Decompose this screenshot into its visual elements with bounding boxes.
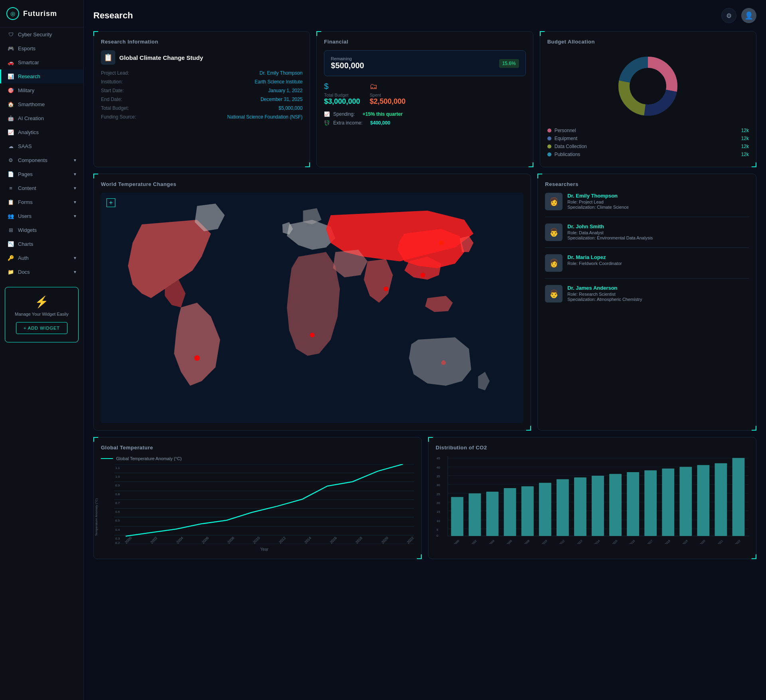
sidebar: ◎ Futurism 🛡 Cyber Security 🎮 Esports 🚗 … bbox=[0, 0, 84, 700]
avatar[interactable]: 👤 bbox=[741, 8, 756, 23]
page-title: Research bbox=[93, 10, 133, 21]
total-budget-item: $ Total Budget $3,000,000 bbox=[324, 82, 360, 106]
svg-text:2021: 2021 bbox=[717, 539, 723, 544]
legend-label-text: Equipment bbox=[547, 136, 577, 141]
extra-income-value: $400,000 bbox=[370, 120, 390, 126]
add-widget-button[interactable]: + ADD WIDGET bbox=[16, 322, 67, 334]
world-map-container: + bbox=[101, 193, 523, 423]
svg-text:2013: 2013 bbox=[576, 539, 583, 544]
sidebar-item-auth[interactable]: 🔑 Auth ▼ bbox=[0, 251, 83, 265]
legend-line bbox=[101, 458, 113, 459]
research-info-title: Research Information bbox=[101, 39, 302, 45]
researcher-name: Dr. Emily Thompson bbox=[567, 193, 628, 199]
y-axis: Temperature Anomaly (°C) bbox=[101, 464, 112, 552]
sidebar-item-research[interactable]: 📊 Research bbox=[0, 69, 83, 83]
researcher-avatar: 👨 bbox=[545, 223, 563, 241]
svg-text:2010: 2010 bbox=[541, 539, 548, 544]
nav-label-docs: Docs bbox=[18, 269, 30, 275]
nav-label-research: Research bbox=[18, 73, 40, 79]
svg-text:0.3: 0.3 bbox=[115, 537, 120, 540]
remaining-pct: 15.6% bbox=[499, 59, 519, 68]
info-label: Start Date: bbox=[101, 88, 124, 93]
info-value: January 1, 2022 bbox=[268, 88, 302, 93]
sidebar-item-cyber-security[interactable]: 🛡 Cyber Security bbox=[0, 28, 83, 42]
svg-text:2004: 2004 bbox=[488, 539, 495, 544]
svg-text:2008: 2008 bbox=[524, 539, 530, 544]
svg-point-7 bbox=[384, 287, 389, 291]
nav-icon-content: ≡ bbox=[8, 185, 14, 191]
nav-label-smarthome: Smarthome bbox=[18, 101, 45, 107]
researcher-item: 👨 Dr. John Smith Role: Data Analyst Spec… bbox=[545, 223, 749, 248]
researcher-avatar: 👨 bbox=[545, 285, 563, 303]
info-row: Start Date: January 1, 2022 bbox=[101, 88, 302, 93]
sidebar-item-smartcar[interactable]: 🚗 Smartcar bbox=[0, 55, 83, 69]
budget-card: Budget Allocation Personnel bbox=[540, 31, 756, 167]
legend-item: Data Collection 12k bbox=[547, 144, 749, 149]
legend-label: Global Temperature Anomaly (°C) bbox=[116, 456, 182, 461]
svg-rect-57 bbox=[504, 488, 516, 536]
temp-chart-wrapper: Temperature Anomaly (°C) bbox=[101, 464, 414, 552]
svg-text:0.7: 0.7 bbox=[115, 501, 120, 505]
info-label: Total Budget: bbox=[101, 105, 129, 111]
temp-chart-area: 1.1 1.0 0.9 0.8 0.7 0.6 0.5 0.4 0.3 0.2 bbox=[115, 464, 414, 544]
co2-title: Distribution of CO2 bbox=[436, 445, 749, 451]
logo-icon: ◎ bbox=[6, 7, 19, 20]
extra-income-stat: 💱 Extra income: $400,000 bbox=[324, 120, 525, 126]
info-value: Earth Science Institute bbox=[255, 79, 302, 85]
svg-rect-55 bbox=[469, 494, 481, 536]
nav-label-auth: Auth bbox=[18, 255, 29, 261]
svg-text:0.6: 0.6 bbox=[115, 510, 120, 514]
remaining-box: Remaining $500,000 15.6% bbox=[324, 50, 525, 76]
nav-icon-ai-creation: 🤖 bbox=[8, 115, 14, 121]
info-label: Institution: bbox=[101, 79, 123, 85]
sidebar-item-military[interactable]: 🎯 Military bbox=[0, 83, 83, 97]
svg-rect-67 bbox=[679, 467, 692, 536]
donut-container: Personnel 12k Equipment 12k Data Collect… bbox=[547, 50, 749, 160]
settings-button[interactable]: ⚙ bbox=[721, 8, 736, 23]
legend-label-text: Publications bbox=[547, 152, 580, 157]
sidebar-item-forms[interactable]: 📋 Forms ▼ bbox=[0, 195, 83, 209]
sidebar-item-esports[interactable]: 🎮 Esports bbox=[0, 42, 83, 55]
svg-text:30: 30 bbox=[436, 483, 440, 487]
svg-rect-59 bbox=[539, 483, 551, 536]
sidebar-item-components[interactable]: ⚙ Components ▼ bbox=[0, 153, 83, 167]
researchers-card: Researchers 👩 Dr. Emily Thompson Role: P… bbox=[537, 174, 756, 431]
svg-text:2012: 2012 bbox=[559, 539, 565, 544]
nav-icon-cyber-security: 🛡 bbox=[8, 32, 14, 38]
svg-rect-61 bbox=[574, 478, 586, 536]
sidebar-item-ai-creation[interactable]: 🤖 AI Creation bbox=[0, 111, 83, 125]
svg-point-11 bbox=[194, 355, 200, 361]
legend-dot bbox=[547, 152, 551, 156]
nav-icon-smartcar: 🚗 bbox=[8, 59, 14, 65]
sidebar-item-content[interactable]: ≡ Content ▼ bbox=[0, 181, 83, 195]
svg-rect-65 bbox=[644, 471, 657, 536]
svg-rect-54 bbox=[451, 497, 464, 536]
legend-dot bbox=[547, 129, 551, 132]
global-temp-title: Global Temperature bbox=[101, 445, 414, 451]
svg-point-9 bbox=[439, 241, 444, 245]
sidebar-item-saas[interactable]: ☁ SAAS bbox=[0, 139, 83, 153]
nav-label-users: Users bbox=[18, 213, 32, 219]
sidebar-item-analytics[interactable]: 📈 Analytics bbox=[0, 125, 83, 139]
sidebar-item-docs[interactable]: 📁 Docs ▼ bbox=[0, 265, 83, 279]
researcher-info: Dr. Maria Lopez Role: Fieldwork Coordina… bbox=[567, 254, 622, 266]
sidebar-item-users[interactable]: 👥 Users ▼ bbox=[0, 209, 83, 223]
researcher-item: 👨 Dr. James Anderson Role: Research Scie… bbox=[545, 285, 749, 309]
sidebar-item-charts[interactable]: 📉 Charts bbox=[0, 237, 83, 251]
svg-rect-70 bbox=[732, 458, 745, 536]
chevron-icon-content: ▼ bbox=[73, 186, 77, 190]
sidebar-item-smarthome[interactable]: 🏠 Smarthome bbox=[0, 97, 83, 111]
remaining-amount: $500,000 bbox=[331, 61, 364, 70]
info-label: End Date: bbox=[101, 97, 122, 102]
nav-label-cyber-security: Cyber Security bbox=[18, 32, 52, 38]
sidebar-item-widgets[interactable]: ⊞ Widgets bbox=[0, 223, 83, 237]
researcher-role: Role: Research Scientist bbox=[567, 292, 642, 297]
nav-label-smartcar: Smartcar bbox=[18, 59, 39, 65]
gear-icon: ⚙ bbox=[726, 12, 732, 20]
svg-rect-56 bbox=[486, 492, 499, 536]
sidebar-item-pages[interactable]: 📄 Pages ▼ bbox=[0, 167, 83, 181]
svg-text:1.0: 1.0 bbox=[115, 475, 120, 479]
map-zoom-button[interactable]: + bbox=[107, 198, 115, 207]
legend-value: 12k bbox=[741, 152, 749, 157]
svg-text:2019: 2019 bbox=[682, 539, 688, 544]
